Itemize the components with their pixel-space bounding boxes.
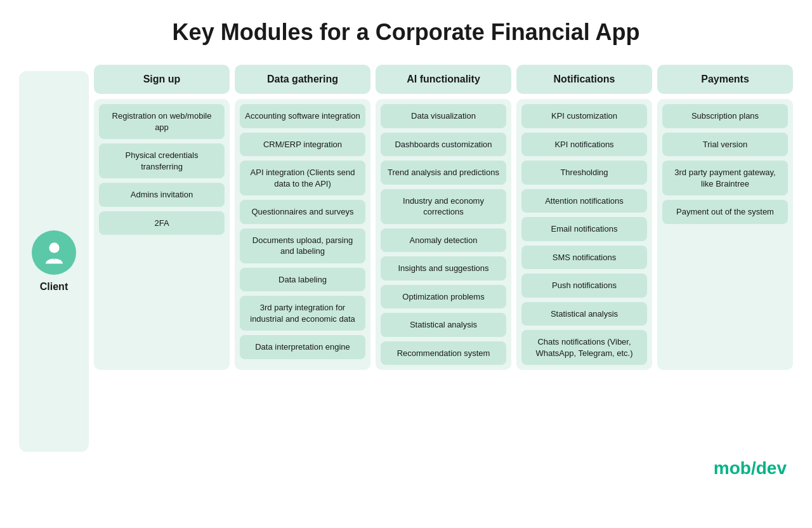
item-card-notifications-7: Statistical analysis [521, 302, 647, 326]
item-card-data-gathering-6: 3rd party integration for industrial and… [240, 296, 365, 331]
item-card-notifications-4: Email notifications [521, 217, 647, 241]
item-card-ai-functionality-1: Dashboards customization [381, 133, 506, 157]
module-col-signup: Sign upRegistration on web/mobile appPhy… [94, 65, 230, 370]
item-card-data-gathering-0: Accounting software integration [240, 104, 365, 128]
item-card-notifications-6: Push notifications [521, 274, 647, 298]
col-header-data-gathering: Data gathering [235, 65, 370, 94]
item-card-payments-3: Payment out of the system [662, 200, 788, 224]
item-card-ai-functionality-7: Statistical analysis [381, 313, 506, 337]
item-card-data-gathering-2: API integration (Clients send data to th… [240, 161, 365, 195]
module-col-data-gathering: Data gatheringAccounting software integr… [235, 65, 370, 370]
client-avatar [32, 230, 76, 275]
diagram: Client Sign upRegistration on web/mobile… [19, 65, 793, 452]
module-col-notifications: NotificationsKPI customizationKPI notifi… [516, 65, 652, 370]
item-card-ai-functionality-6: Optimization problems [381, 285, 506, 309]
client-column: Client [19, 65, 89, 452]
col-body-ai-functionality: Data visualizationDashboards customizati… [376, 99, 511, 370]
svg-point-0 [49, 242, 59, 253]
item-card-payments-1: Trial version [662, 133, 788, 157]
client-bg: Client [19, 71, 89, 452]
item-card-ai-functionality-8: Recommendation system [381, 341, 506, 366]
item-card-notifications-8: Chats notifications (Viber, WhatsApp, Te… [521, 330, 647, 365]
item-card-data-gathering-5: Data labeling [240, 268, 365, 292]
item-card-signup-3: 2FA [99, 211, 225, 235]
module-col-ai-functionality: AI functionalityData visualizationDashbo… [376, 65, 511, 370]
item-card-ai-functionality-3: Industry and economy corrections [381, 189, 506, 224]
item-card-data-gathering-1: CRM/ERP integration [240, 133, 365, 157]
col-body-signup: Registration on web/mobile appPhysical c… [94, 99, 230, 370]
logo-area: mob/dev [19, 458, 793, 478]
col-header-notifications: Notifications [516, 65, 652, 94]
item-card-notifications-1: KPI notifications [521, 133, 647, 157]
item-card-payments-2: 3rd party payment gateway, like Braintre… [662, 161, 788, 195]
item-card-data-gathering-4: Documents upload, parsing and labeling [240, 228, 365, 263]
module-col-payments: PaymentsSubscription plansTrial version3… [657, 65, 793, 370]
item-card-signup-0: Registration on web/mobile app [99, 104, 225, 139]
item-card-payments-0: Subscription plans [662, 104, 788, 128]
item-card-ai-functionality-0: Data visualization [381, 104, 506, 128]
item-card-data-gathering-7: Data interpretation engine [240, 335, 365, 359]
modules-area: Sign upRegistration on web/mobile appPhy… [94, 65, 793, 370]
item-card-data-gathering-3: Questionnaires and surveys [240, 200, 365, 224]
page-title: Key Modules for a Corporate Financial Ap… [19, 19, 793, 46]
item-card-notifications-5: SMS notifications [521, 246, 647, 270]
item-card-signup-2: Admins invitation [99, 183, 225, 207]
item-card-notifications-3: Attention notifications [521, 189, 647, 213]
item-card-ai-functionality-4: Anomaly detection [381, 228, 506, 253]
col-header-ai-functionality: AI functionality [376, 65, 511, 94]
client-label: Client [40, 281, 68, 293]
item-card-signup-1: Physical credentials transferring [99, 143, 225, 178]
item-card-notifications-2: Thresholding [521, 161, 647, 185]
col-header-payments: Payments [657, 65, 793, 94]
col-header-signup: Sign up [94, 65, 230, 94]
item-card-notifications-0: KPI customization [521, 104, 647, 128]
col-body-notifications: KPI customizationKPI notificationsThresh… [516, 99, 652, 370]
item-card-ai-functionality-5: Insights and suggestions [381, 256, 506, 280]
col-body-payments: Subscription plansTrial version3rd party… [657, 99, 793, 370]
col-body-data-gathering: Accounting software integrationCRM/ERP i… [235, 99, 370, 370]
logo-text: mob/dev [714, 458, 787, 478]
client-icon [40, 239, 69, 267]
item-card-ai-functionality-2: Trend analysis and predictions [381, 161, 506, 185]
